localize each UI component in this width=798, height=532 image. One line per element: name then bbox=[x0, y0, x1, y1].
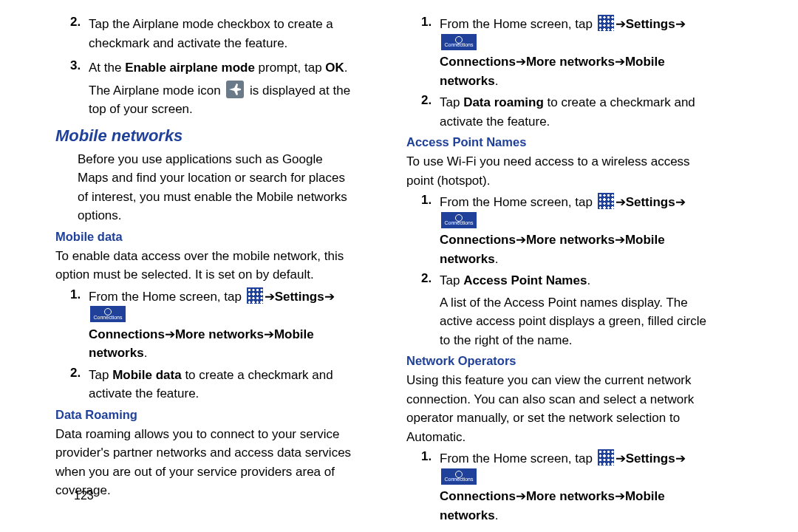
mobile-networks-heading: Mobile networks bbox=[55, 126, 355, 146]
list-text: At the Enable airplane mode prompt, tap … bbox=[89, 58, 355, 119]
list-number: 1. bbox=[421, 15, 440, 90]
list-number: 2. bbox=[70, 15, 89, 52]
apn-body: To use Wi-Fi you need access to a wirele… bbox=[406, 152, 709, 190]
connections-icon bbox=[90, 306, 126, 322]
list-number: 3. bbox=[70, 58, 89, 119]
mobile-data-step-1: 1. From the Home screen, tap ➔ Settings … bbox=[70, 287, 355, 363]
mobile-networks-body: Before you use applications such as Goog… bbox=[78, 150, 355, 225]
apn-heading: Access Point Names bbox=[406, 135, 709, 149]
list-text: From the Home screen, tap ➔ Settings ➔ C… bbox=[440, 193, 709, 268]
data-roaming-body: Data roaming allows you to connect to yo… bbox=[55, 425, 355, 500]
apn-step-2: 2. Tap Access Point Names. A list of the… bbox=[421, 271, 709, 349]
data-roaming-step-1: 1. From the Home screen, tap ➔ Settings … bbox=[421, 15, 709, 90]
list-number: 1. bbox=[421, 193, 440, 268]
apn-step-1: 1. From the Home screen, tap ➔ Settings … bbox=[421, 193, 709, 268]
list-number: 2. bbox=[421, 93, 440, 131]
right-column: 1. From the Home screen, tap ➔ Settings … bbox=[362, 15, 724, 525]
data-roaming-heading: Data Roaming bbox=[55, 408, 355, 422]
mobile-data-body: To enable data access over the mobile ne… bbox=[55, 247, 355, 284]
apps-grid-icon bbox=[247, 287, 263, 304]
connections-icon bbox=[441, 468, 477, 485]
page-number: 123 bbox=[74, 489, 94, 502]
mobile-data-step-2: 2. Tap Mobile data to create a checkmark… bbox=[70, 366, 355, 403]
list-text: Tap Data roaming to create a checkmark a… bbox=[440, 93, 709, 131]
network-operators-step-1: 1. From the Home screen, tap ➔ Settings … bbox=[421, 449, 709, 525]
page-columns: 2. Tap the Airplane mode checkbox to cre… bbox=[0, 0, 798, 525]
airplane-mode-icon bbox=[226, 81, 244, 98]
list-text: From the Home screen, tap ➔ Settings ➔ C… bbox=[89, 287, 355, 363]
list-number: 1. bbox=[70, 287, 89, 363]
list-text: From the Home screen, tap ➔ Settings ➔ C… bbox=[440, 15, 709, 90]
airplane-step-3: 3. At the Enable airplane mode prompt, t… bbox=[70, 58, 355, 119]
data-roaming-step-2: 2. Tap Data roaming to create a checkmar… bbox=[421, 93, 709, 131]
apps-grid-icon bbox=[598, 193, 614, 209]
list-text: Tap Mobile data to create a checkmark an… bbox=[89, 366, 355, 403]
connections-icon bbox=[441, 212, 477, 228]
list-text: Tap Access Point Names. A list of the Ac… bbox=[440, 271, 709, 349]
connections-icon bbox=[441, 34, 477, 50]
list-number: 1. bbox=[421, 449, 440, 525]
left-column: 2. Tap the Airplane mode checkbox to cre… bbox=[0, 15, 362, 525]
apn-step-2-detail: A list of the Access Point names display… bbox=[440, 296, 706, 347]
list-number: 2. bbox=[70, 366, 89, 403]
apps-grid-icon bbox=[598, 15, 614, 31]
airplane-step-2: 2. Tap the Airplane mode checkbox to cre… bbox=[70, 15, 355, 52]
list-number: 2. bbox=[421, 271, 440, 349]
list-text: Tap the Airplane mode checkbox to create… bbox=[89, 15, 355, 52]
network-operators-heading: Network Operators bbox=[406, 354, 709, 368]
list-text: From the Home screen, tap ➔ Settings ➔ C… bbox=[440, 449, 709, 525]
network-operators-body: Using this feature you can view the curr… bbox=[406, 371, 709, 446]
mobile-data-heading: Mobile data bbox=[55, 230, 355, 244]
apps-grid-icon bbox=[598, 449, 614, 466]
